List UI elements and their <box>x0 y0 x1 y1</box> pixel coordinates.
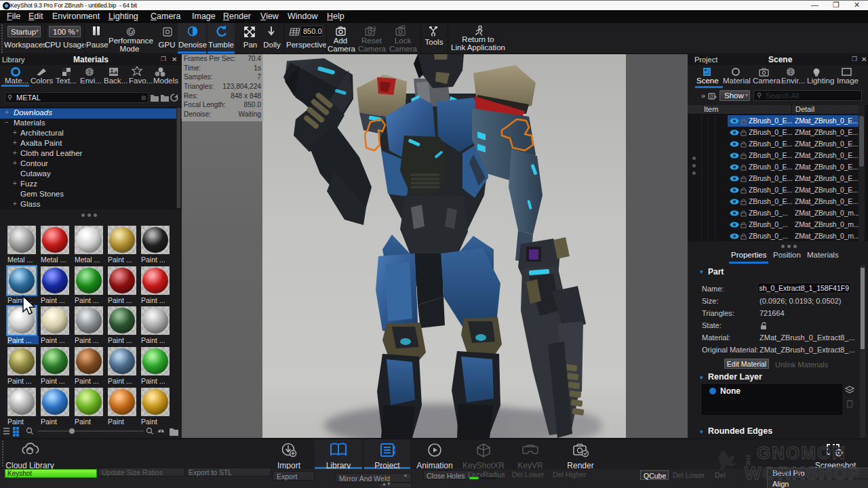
svg-text:123,804,224: 123,804,224 <box>222 83 261 90</box>
svg-text:WORKSHOP: WORKSHOP <box>745 463 861 483</box>
svg-text:Denoise:: Denoise: <box>184 110 211 118</box>
svg-text:848 x 848: 848 x 848 <box>231 92 261 100</box>
svg-text:Time:: Time: <box>184 64 201 72</box>
svg-text:850.0: 850.0 <box>244 101 262 108</box>
svg-text:Waiting: Waiting <box>238 110 261 118</box>
svg-text:Samples:: Samples: <box>184 73 212 81</box>
svg-text:Frames Per Sec:: Frames Per Sec: <box>184 55 235 62</box>
svg-text:70.4: 70.4 <box>248 55 261 62</box>
svg-text:Focal Length:: Focal Length: <box>184 101 226 108</box>
svg-text:Res:: Res: <box>184 92 198 100</box>
svg-text:7: 7 <box>257 73 261 81</box>
svg-text:Triangles:: Triangles: <box>184 83 214 90</box>
svg-text:GNOMON: GNOMON <box>757 443 846 463</box>
svg-text:1s: 1s <box>254 64 261 72</box>
